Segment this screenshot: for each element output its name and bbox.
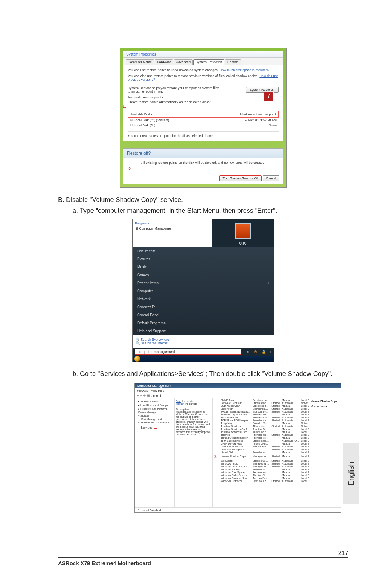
restore-off-dialog: Restore off? All existing restore points… [123,148,283,184]
service-row[interactable]: Terminal ServicesAllows user...StartedAu… [213,425,309,427]
tab-advanced[interactable]: Advanced [174,59,193,65]
service-row[interactable]: Terminal Services User...Allows the r...… [213,430,309,433]
program-computer-management[interactable]: 🖥 Computer Management [135,227,209,230]
service-row[interactable]: Windows CardSpaceSecurely en...ManualLoc… [213,471,309,474]
actions-pane: Volume Shadow Copy More Actions ▸ [309,398,341,507]
start-menu-item-pictures[interactable]: Pictures [133,255,274,263]
start-orb-icon[interactable] [134,356,140,362]
service-row[interactable]: Windows DefenderScan your c...StartedAut… [213,479,309,482]
comp-mgmt-toolbar[interactable]: ⇦ ⇨ ⟳ ▦ ? ▶ ■ ⏸ [135,393,341,398]
instruction-b-b: b. Go to "Services and Applications>Serv… [73,369,332,378]
tab-system-protection[interactable]: System Protection [193,59,224,65]
lock-icon[interactable]: 🔒 [262,350,266,354]
service-row[interactable]: VIA Karaoke digital mi...StartedAutomati… [213,448,309,451]
disk-table-header: Available Disks Most recent restore poin… [128,111,279,118]
services-list[interactable]: SNMP TrapReceives tra...ManualLocal SSof… [213,398,309,507]
turn-restore-off-button[interactable]: Turn System Restore Off [219,175,262,181]
screenshot-system-properties: System Properties Computer NameHardwareA… [120,48,287,188]
user-avatar[interactable] [235,223,251,239]
instruction-b-a: a. Type "computer management" in the Sta… [73,206,348,215]
bottom-rule [58,557,348,558]
comp-mgmt-detail-pane: Stop the service Restart the service Des… [175,398,213,507]
link-disk-space[interactable]: How much disk space is required? [220,68,269,72]
service-row[interactable]: Windows Color SystemThe WcsPlu...ManualL… [213,474,309,477]
create-restore-text: You can create a restore point for the d… [128,131,279,138]
instruction-b-heading: B. Disable "Volume Shadow Copy" service. [58,195,348,204]
service-row[interactable]: WebClientEnables Wi...StartedAutomaticLo… [213,459,309,462]
service-row[interactable]: SSDP DiscoveryDiscovers n...StartedManua… [213,404,309,407]
power-icon[interactable]: ⏻ [254,350,257,354]
cancel-button[interactable]: Cancel [263,175,279,181]
power-menu-chevron-icon[interactable]: ▸ [270,350,271,353]
programs-header: Programs [135,222,209,225]
start-menu-item-help-and-support[interactable]: Help and Support [133,327,274,335]
service-row[interactable]: Terminal Services Conf...Terminal Se...M… [213,427,309,430]
more-actions-link[interactable]: More Actions ▸ [311,405,339,408]
start-menu-item-network[interactable]: Network [133,295,274,303]
screenshot-computer-management: Computer Management File Action View Hel… [134,383,341,513]
comp-mgmt-footer-tabs[interactable]: Extended Standard [135,507,341,512]
service-row[interactable]: TPM Base ServicesEnables acc...Automatic… [213,439,309,442]
comp-mgmt-menubar[interactable]: File Action View Help [135,388,341,393]
service-row[interactable]: 2.Volume Shadow CopyManages an...Started… [213,454,309,459]
service-row[interactable]: UPnP Device HostAllows UPn...ManualLocal… [213,442,309,445]
auto-restore-heading: Automatic restore points [128,96,279,99]
callout-1: 1. [123,104,126,108]
start-menu-right-panel: DocumentsPicturesMusicGamesRecent Items▸… [133,247,274,335]
callout-2: 2. [128,167,132,171]
flash-icon: f [264,92,274,102]
service-row[interactable]: SuperfetchMaintains a...StartedAutomatic… [213,407,309,410]
tab-computer-name[interactable]: Computer Name [126,59,154,65]
start-menu-item-connect-to[interactable]: Connect To [133,303,274,311]
tree-services-highlight[interactable]: Services [141,426,153,429]
disk-row-d[interactable]: Local Disk (D:) None [128,123,279,128]
disk-d-checkbox[interactable]: Local Disk (D:) [130,123,155,127]
service-row[interactable]: User Profile ServiceThis service ...Star… [213,445,309,448]
start-menu-item-default-programs[interactable]: Default Programs [133,319,274,327]
service-row[interactable]: System Event Notificatio...Monitors sy..… [213,410,309,413]
disk-row-c[interactable]: Local Disk (C:) (System) 2/14/2011 3:59:… [128,118,279,123]
footer-text: ASRock X79 Extreme4 Motherboard [58,560,348,566]
service-row[interactable]: TCP/IP NetBIOS HelperProvides su...Start… [213,419,309,422]
desktop-flash-icon[interactable]: f install_flash... [261,92,276,106]
dialog-title: System Properties [123,51,283,58]
restore-off-title: Restore off? [123,149,283,158]
disk-c-checkbox[interactable]: Local Disk (C:) (System) [130,118,169,122]
start-menu-item-documents[interactable]: Documents [133,247,274,255]
tab-hardware[interactable]: Hardware [155,59,173,65]
service-row[interactable]: Windows Connect Now...Act as a Reg...Man… [213,477,309,479]
auto-restore-sub: Create restore points automatically on t… [128,100,279,104]
service-row[interactable]: TelephonyProvides Tel...ManualNetwo [213,422,309,425]
restore-off-body: All existing restore points on the disk … [123,158,283,174]
screenshot-start-menu: Programs 🖥 Computer Management QQQ Docum… [132,219,274,362]
top-rule [58,33,348,33]
stop-link[interactable]: Stop [176,400,181,402]
search-clear-icon[interactable]: × [247,350,249,354]
restart-link[interactable]: Restart [176,402,184,405]
comp-mgmt-tree[interactable]: ▸ Shared Folders ▸ Local Users and Group… [135,398,175,507]
service-row[interactable]: Virtual DiskProvides m...ManualLocal S [213,451,309,454]
service-row[interactable]: Tablet PC Input ServiceEnables Tab...Man… [213,413,309,416]
chevron-right-icon: ▸ [268,281,269,285]
page-number: 217 [338,550,348,557]
tab-remote[interactable]: Remote [225,59,241,65]
service-row[interactable]: Task SchedulerEnables a us...StartedAuto… [213,416,309,419]
service-row[interactable]: Windows AudioManages au...StartedAutomat… [213,462,309,465]
search-everywhere-link[interactable]: 🔍 Search Everywhere [136,338,271,341]
service-row[interactable]: Software LicensingEnables the ...Started… [213,401,309,404]
service-row[interactable]: Windows Audio Endpoi...Manages au...Star… [213,465,309,468]
start-menu-item-recent-items[interactable]: Recent Items▸ [133,279,274,287]
start-search-input[interactable]: computer management [135,349,241,355]
start-menu-item-control-panel[interactable]: Control Panel [133,311,274,319]
start-menu-item-computer[interactable]: Computer [133,287,274,295]
description-text: Manages and implements Volume Shadow Cop… [176,410,211,436]
service-row[interactable]: Thread Ordering ServerProvides or...Manu… [213,436,309,439]
start-menu-item-games[interactable]: Games [133,271,274,279]
system-restore-text: System Restore helps you restore your co… [128,86,221,93]
service-row[interactable]: SNMP TrapReceives tra...ManualLocal S [213,398,309,401]
service-row[interactable]: Windows BackupProvides Wi...ManualLocal … [213,468,309,471]
service-row[interactable]: ThemesProvides us...StartedAutomaticLoca… [213,433,309,436]
app-icon: 🖥 [135,227,139,230]
start-menu-item-music[interactable]: Music [133,263,274,271]
search-internet-link[interactable]: 🔍 Search the Internet [136,341,271,345]
